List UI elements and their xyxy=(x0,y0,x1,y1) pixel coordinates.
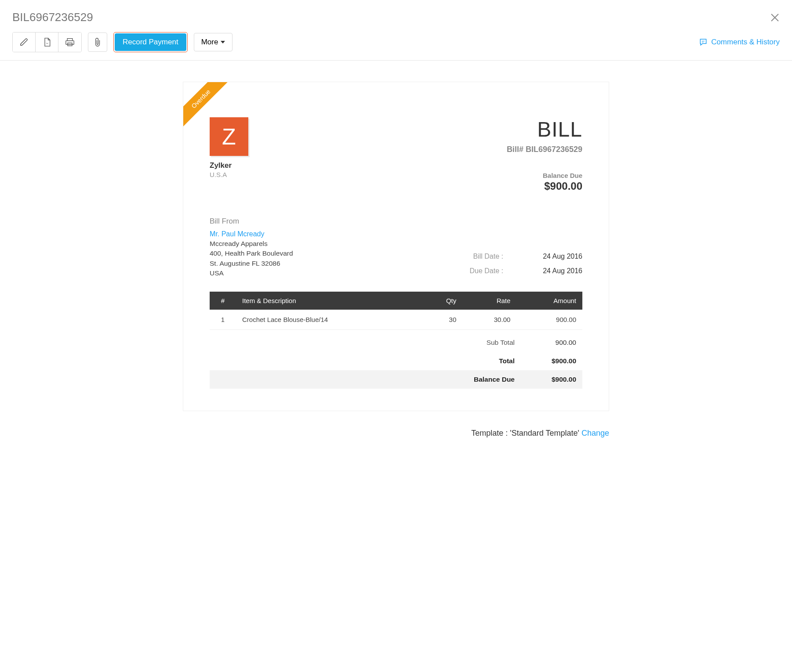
caret-down-icon xyxy=(221,41,225,43)
pdf-file-icon xyxy=(43,37,51,47)
comments-history-label: Comments & History xyxy=(711,38,780,47)
totals-balance-due-label: Balance Due xyxy=(383,376,515,383)
template-footer: Template : 'Standard Template' Change xyxy=(183,429,609,438)
items-header-row: # Item & Description Qty Rate Amount xyxy=(210,292,582,310)
bill-title-block: BILL Bill# BIL6967236529 Balance Due $90… xyxy=(507,117,582,192)
header-bar: BIL6967236529 xyxy=(0,0,792,32)
pencil-icon xyxy=(20,38,29,47)
due-date-row: Due Date : 24 Aug 2016 xyxy=(459,264,582,278)
company-name: Zylker xyxy=(210,161,248,170)
total-value: $900.00 xyxy=(515,357,576,365)
bill-from-label: Bill From xyxy=(210,217,293,226)
print-button[interactable] xyxy=(58,33,81,52)
record-payment-button[interactable]: Record Payment xyxy=(115,33,186,51)
svg-rect-1 xyxy=(66,41,74,44)
address-line-3: St. Augustine FL 32086 xyxy=(210,259,293,268)
dates-block: Bill Date : 24 Aug 2016 Due Date : 24 Au… xyxy=(459,249,582,278)
template-prefix: Template : xyxy=(471,429,510,437)
due-date-label: Due Date : xyxy=(459,264,503,278)
due-date-value: 24 Aug 2016 xyxy=(534,264,582,278)
comments-history-link[interactable]: Comments & History xyxy=(699,38,780,47)
totals-block: Sub Total 900.00 Total $900.00 Balance D… xyxy=(210,333,582,389)
more-button-label: More xyxy=(201,38,218,47)
col-header-rate: Rate xyxy=(462,292,516,310)
toolbar: Record Payment More Comments & History xyxy=(0,32,792,61)
vendor-name-link[interactable]: Mr. Paul Mcready xyxy=(210,230,293,238)
totals-balance-due-value: $900.00 xyxy=(515,376,576,383)
template-name: 'Standard Template' xyxy=(510,429,579,437)
bill-from-block: Bill From Mr. Paul Mcready Mccready Appa… xyxy=(210,217,293,278)
address-line-1: Mccready Apparels xyxy=(210,239,293,249)
company-logo: Z xyxy=(210,117,248,156)
address-line-4: USA xyxy=(210,268,293,278)
edit-button[interactable] xyxy=(13,33,36,52)
bill-date-value: 24 Aug 2016 xyxy=(534,249,582,264)
col-header-num: # xyxy=(210,292,236,310)
bill-inner: Z Zylker U.S.A BILL Bill# BIL6967236529 … xyxy=(183,82,609,389)
change-template-link[interactable]: Change xyxy=(581,429,609,437)
attachment-button[interactable] xyxy=(88,33,107,52)
content-area: Overdue Z Zylker U.S.A BILL Bill# BIL696… xyxy=(0,61,792,451)
page-title: BIL6967236529 xyxy=(12,11,93,24)
close-icon xyxy=(770,13,780,22)
col-header-desc: Item & Description xyxy=(236,292,420,310)
bill-number: Bill# BIL6967236529 xyxy=(507,145,582,154)
balance-due-label: Balance Due xyxy=(507,172,582,179)
comment-icon xyxy=(699,38,708,47)
subtotal-label: Sub Total xyxy=(383,339,515,347)
cell-desc: Crochet Lace Blouse-Blue/14 xyxy=(236,310,420,330)
bill-date-row: Bill Date : 24 Aug 2016 xyxy=(459,249,582,264)
more-button[interactable]: More xyxy=(194,33,233,51)
bill-date-label: Bill Date : xyxy=(459,249,503,264)
company-location: U.S.A xyxy=(210,171,248,178)
bill-document: Overdue Z Zylker U.S.A BILL Bill# BIL696… xyxy=(183,82,609,411)
table-row: 1 Crochet Lace Blouse-Blue/14 30 30.00 9… xyxy=(210,310,582,330)
col-header-qty: Qty xyxy=(420,292,462,310)
subtotal-value: 900.00 xyxy=(515,339,576,347)
toolbar-left: Record Payment More xyxy=(12,32,233,52)
col-header-amount: Amount xyxy=(516,292,582,310)
cell-num: 1 xyxy=(210,310,236,330)
close-button[interactable] xyxy=(770,13,780,22)
bill-title: BILL xyxy=(507,117,582,141)
total-row: Total $900.00 xyxy=(210,352,582,370)
balance-due-row: Balance Due $900.00 xyxy=(210,370,582,389)
cell-amount: 900.00 xyxy=(516,310,582,330)
address-line-2: 400, Health Park Boulevard xyxy=(210,249,293,258)
action-button-group xyxy=(12,32,82,52)
balance-due-amount: $900.00 xyxy=(507,180,582,192)
pdf-button[interactable] xyxy=(36,33,58,52)
paperclip-icon xyxy=(94,37,102,47)
company-block: Z Zylker U.S.A xyxy=(210,117,248,178)
items-table: # Item & Description Qty Rate Amount 1 C… xyxy=(210,292,582,330)
bill-header-row: Z Zylker U.S.A BILL Bill# BIL6967236529 … xyxy=(210,117,582,192)
bill-mid-row: Bill From Mr. Paul Mcready Mccready Appa… xyxy=(210,217,582,278)
total-label: Total xyxy=(383,357,515,365)
printer-icon xyxy=(65,38,75,47)
record-payment-highlight: Record Payment xyxy=(113,32,188,52)
cell-rate: 30.00 xyxy=(462,310,516,330)
svg-rect-0 xyxy=(67,39,73,41)
cell-qty: 30 xyxy=(420,310,462,330)
subtotal-row: Sub Total 900.00 xyxy=(210,333,582,352)
